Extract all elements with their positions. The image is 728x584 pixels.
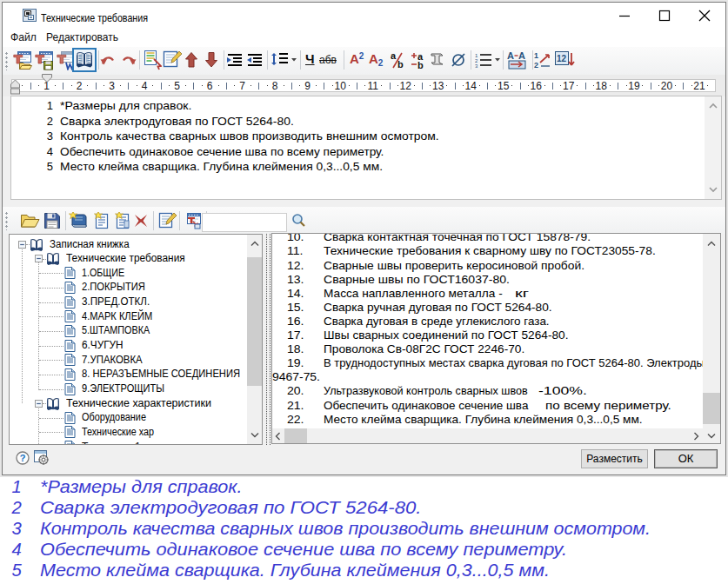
svg-text:1: 1 xyxy=(534,51,538,60)
svg-text:12: 12 xyxy=(557,54,567,63)
svg-text:?: ? xyxy=(20,453,26,463)
svg-text:b: b xyxy=(397,59,404,69)
svg-text:A: A xyxy=(518,50,525,61)
svg-text:3: 3 xyxy=(475,63,478,68)
svg-text:a: a xyxy=(391,51,397,61)
svg-text:2: 2 xyxy=(534,61,538,70)
svg-text:b: b xyxy=(417,60,424,69)
svg-text:A: A xyxy=(507,50,514,61)
